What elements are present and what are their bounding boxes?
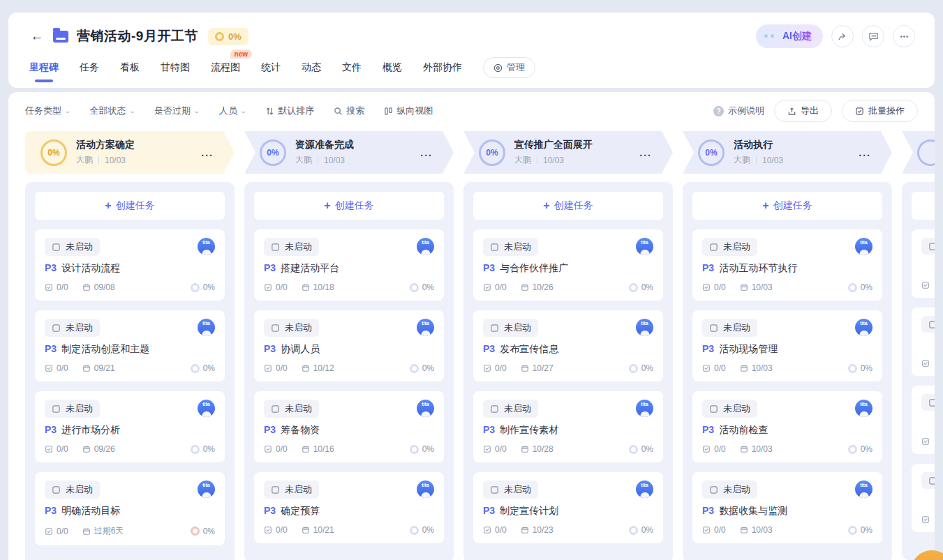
more-button[interactable]: [893, 25, 915, 47]
task-status-pill[interactable]: 未启动: [702, 400, 757, 418]
tab-5[interactable]: 流程图new: [211, 59, 240, 77]
task-status-pill[interactable]: 未启动: [264, 480, 319, 499]
task-status-pill[interactable]: 未启动: [45, 400, 100, 418]
search-control[interactable]: 搜索: [334, 105, 364, 117]
task-card[interactable]: tita: [912, 308, 935, 376]
filter-status[interactable]: 全部状态⌄: [90, 105, 135, 117]
task-status-pill[interactable]: 未启动: [45, 319, 100, 337]
assignee-avatar[interactable]: tita: [417, 319, 434, 336]
tab-1[interactable]: 里程碑: [29, 59, 59, 77]
tab-2[interactable]: 任务: [80, 59, 99, 77]
tab-9[interactable]: 概览: [383, 59, 402, 77]
task-status-pill[interactable]: 未启动: [264, 400, 319, 418]
task-title: P3制作宣传素材: [483, 424, 653, 437]
task-card[interactable]: 未启动 tita P3数据收集与监测 0/0 10/03: [692, 472, 882, 543]
create-task-button[interactable]: + 创建任务: [473, 192, 663, 220]
create-task-button[interactable]: + 创建任务: [692, 192, 882, 220]
task-card[interactable]: 未启动 tita P3发布宣传信息 0/0 10/27: [473, 310, 663, 381]
filter-people[interactable]: 人员⌄: [219, 105, 246, 117]
milestone-header[interactable]: 0% 活动执行 大鹏 10/03 ...: [683, 131, 892, 174]
assignee-avatar[interactable]: tita: [855, 238, 873, 255]
tab-7[interactable]: 动态: [302, 59, 321, 77]
task-card[interactable]: 未启动 tita P3搭建活动平台 0/0 10/18: [254, 229, 444, 301]
task-status-pill[interactable]: [921, 394, 935, 411]
calendar-icon: [82, 364, 91, 372]
assignee-avatar[interactable]: tita: [636, 400, 653, 417]
progress-ring-icon: [848, 283, 857, 292]
filter-task-type[interactable]: 任务类型⌄: [25, 105, 70, 117]
assignee-avatar[interactable]: tita: [855, 319, 873, 336]
assignee-avatar[interactable]: tita: [417, 480, 434, 498]
milestone-header[interactable]: 0% 宣传推广全面展开 大鹏 10/03 ...: [463, 131, 673, 174]
task-card[interactable]: tita: [912, 386, 935, 454]
assignee-avatar[interactable]: tita: [855, 400, 873, 417]
milestone-header[interactable]: ...: [902, 131, 935, 174]
task-status-pill[interactable]: 未启动: [702, 238, 757, 256]
tab-10[interactable]: 外部协作: [423, 59, 462, 77]
assignee-avatar[interactable]: tita: [198, 400, 215, 417]
task-status-pill[interactable]: 未启动: [702, 480, 757, 499]
milestone-column: 0% 宣传推广全面展开 大鹏 10/03 ... + 创建任务: [463, 131, 673, 560]
assignee-avatar[interactable]: tita: [198, 319, 215, 336]
tab-3[interactable]: 看板: [120, 59, 140, 77]
task-status-pill[interactable]: 未启动: [702, 319, 757, 337]
task-card[interactable]: 未启动 tita P3活动现场管理 0/0 10/03: [692, 310, 882, 381]
tab-6[interactable]: 统计: [261, 59, 281, 77]
task-status-pill[interactable]: [921, 316, 935, 333]
task-status-pill[interactable]: [921, 238, 935, 255]
assignee-avatar[interactable]: tita: [417, 400, 434, 417]
task-status-pill[interactable]: 未启动: [45, 238, 100, 256]
example-help-link[interactable]: ? 示例说明: [713, 105, 764, 117]
milestone-more-button[interactable]: ...: [420, 147, 433, 158]
task-card[interactable]: 未启动 tita P3设计活动流程 0/0 09/08: [35, 229, 225, 301]
task-status-pill[interactable]: 未启动: [45, 480, 100, 499]
task-card[interactable]: 未启动 tita P3与合作伙伴推广 0/0 10/26: [473, 229, 663, 301]
tab-8[interactable]: 文件: [342, 59, 362, 77]
assignee-avatar[interactable]: tita: [636, 238, 653, 255]
assignee-avatar[interactable]: tita: [636, 480, 653, 498]
export-button[interactable]: 导出: [774, 100, 832, 122]
manage-button[interactable]: 管理: [483, 57, 535, 78]
assignee-avatar[interactable]: tita: [417, 238, 434, 255]
sort-control[interactable]: 默认排序: [265, 105, 314, 117]
assignee-avatar[interactable]: tita: [198, 238, 215, 255]
task-card[interactable]: 未启动 tita P3活动前检查 0/0 10/03: [692, 391, 882, 462]
milestone-more-button[interactable]: ...: [639, 147, 652, 158]
milestone-more-button[interactable]: ...: [201, 147, 214, 158]
task-card[interactable]: 未启动 tita P3协调人员 0/0 10/12: [254, 310, 444, 381]
task-status-pill[interactable]: 未启动: [483, 238, 538, 256]
task-card[interactable]: 未启动 tita P3筹备物资 0/0 10/16: [254, 391, 444, 462]
task-status-pill[interactable]: [921, 472, 935, 489]
comment-button[interactable]: [862, 25, 884, 47]
task-card[interactable]: tita: [912, 229, 935, 298]
milestone-header[interactable]: 0% 活动方案确定 大鹏 10/03 ...: [25, 131, 235, 174]
task-card[interactable]: 未启动 tita P3制定宣传计划 0/0 10/23: [473, 472, 663, 543]
back-arrow-icon[interactable]: ←: [28, 27, 46, 45]
milestone-header[interactable]: 0% 资源准备完成 大鹏 10/03 ...: [244, 131, 454, 174]
filter-overdue[interactable]: 是否过期⌄: [154, 105, 200, 117]
task-status-pill[interactable]: 未启动: [483, 480, 538, 499]
task-card[interactable]: 未启动 tita P3制作宣传素材 0/0 10/28: [473, 391, 663, 462]
batch-operations-button[interactable]: 批量操作: [842, 100, 918, 122]
tab-4[interactable]: 甘特图: [161, 59, 190, 77]
share-button[interactable]: [831, 25, 854, 47]
task-card[interactable]: 未启动 tita P3制定活动创意和主题 0/0 09/21: [35, 310, 225, 381]
create-task-button[interactable]: + 创建任务: [35, 192, 225, 220]
assignee-avatar[interactable]: tita: [855, 480, 873, 498]
task-card[interactable]: 未启动 tita P3确定预算 0/0 10/21: [254, 472, 444, 543]
task-card[interactable]: 未启动 tita P3进行市场分析 0/0 09/26: [35, 391, 225, 462]
task-card[interactable]: 未启动 tita P3明确活动目标 0/0 过期6天: [35, 472, 225, 545]
create-task-button[interactable]: + 创建任务: [912, 192, 935, 220]
task-status-pill[interactable]: 未启动: [264, 319, 319, 337]
vertical-view-toggle[interactable]: 纵向视图: [384, 105, 433, 117]
task-status-pill[interactable]: 未启动: [483, 319, 538, 337]
ai-create-button[interactable]: AI创建: [756, 24, 823, 48]
milestone-more-button[interactable]: ...: [859, 147, 871, 158]
task-status-pill[interactable]: 未启动: [264, 238, 319, 256]
assignee-avatar[interactable]: tita: [198, 480, 215, 498]
task-card[interactable]: 未启动 tita P3活动互动环节执行 0/0 10/03: [692, 229, 882, 301]
assignee-avatar[interactable]: tita: [636, 319, 653, 336]
create-task-button[interactable]: + 创建任务: [254, 192, 444, 220]
task-card[interactable]: tita: [912, 464, 935, 532]
task-status-pill[interactable]: 未启动: [483, 400, 538, 418]
